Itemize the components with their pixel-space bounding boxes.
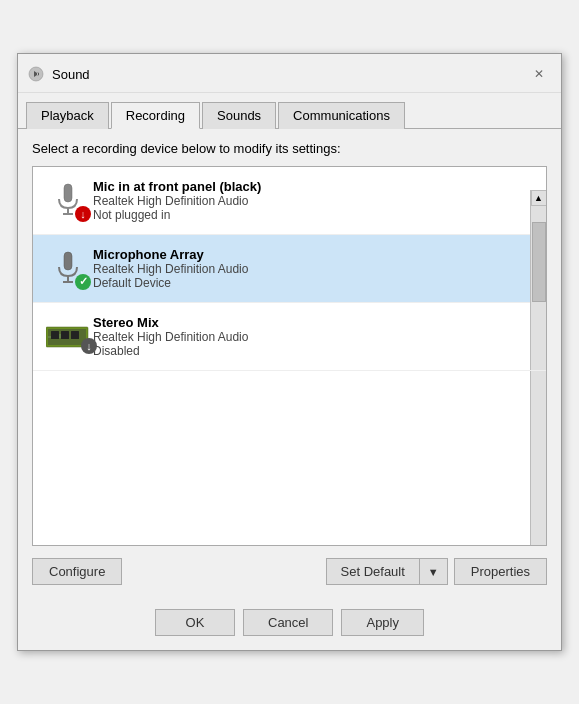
device-status-1: Not plugged in xyxy=(93,208,536,222)
svg-rect-9 xyxy=(51,331,59,339)
svg-rect-4 xyxy=(64,252,72,270)
properties-button[interactable]: Properties xyxy=(454,558,547,585)
tab-bar: Playback Recording Sounds Communications xyxy=(18,93,561,128)
cancel-button[interactable]: Cancel xyxy=(243,609,333,636)
device-icon-wrap-1: ↓ xyxy=(43,182,93,220)
device-info-3: Stereo Mix Realtek High Definition Audio… xyxy=(93,315,536,358)
device-item-mic-array[interactable]: ✓ Microphone Array Realtek High Definiti… xyxy=(33,235,546,303)
sound-icon xyxy=(28,66,44,82)
set-default-split: Set Default ▼ xyxy=(326,558,448,585)
device-info-1: Mic in at front panel (black) Realtek Hi… xyxy=(93,179,536,222)
device-icon-wrap-3: ↓ xyxy=(43,322,93,352)
tab-recording[interactable]: Recording xyxy=(111,102,200,129)
title-bar: Sound ✕ xyxy=(18,54,561,93)
device-status-3: Disabled xyxy=(93,344,536,358)
svg-rect-10 xyxy=(61,331,69,339)
instruction-text: Select a recording device below to modif… xyxy=(32,141,547,156)
title-bar-left: Sound xyxy=(28,66,90,82)
tab-communications[interactable]: Communications xyxy=(278,102,405,129)
device-item-mic-front[interactable]: ↓ Mic in at front panel (black) Realtek … xyxy=(33,167,546,235)
scroll-thumb[interactable] xyxy=(532,222,546,302)
device-icon-wrap-2: ✓ xyxy=(43,250,93,288)
device-driver-3: Realtek High Definition Audio xyxy=(93,330,536,344)
device-list: ↓ Mic in at front panel (black) Realtek … xyxy=(32,166,547,546)
svg-rect-11 xyxy=(71,331,79,339)
dialog-button-row: OK Cancel Apply xyxy=(18,599,561,650)
device-item-stereo-mix[interactable]: ↓ Stereo Mix Realtek High Definition Aud… xyxy=(33,303,546,371)
ok-button[interactable]: OK xyxy=(155,609,235,636)
device-name-1: Mic in at front panel (black) xyxy=(93,179,536,194)
close-button[interactable]: ✕ xyxy=(527,62,551,86)
set-default-dropdown[interactable]: ▼ xyxy=(420,559,447,584)
apply-button[interactable]: Apply xyxy=(341,609,424,636)
status-badge-2: ✓ xyxy=(75,274,91,290)
window-title: Sound xyxy=(52,67,90,82)
device-info-2: Microphone Array Realtek High Definition… xyxy=(93,247,536,290)
status-badge-1: ↓ xyxy=(75,206,91,222)
main-content: Select a recording device below to modif… xyxy=(18,128,561,599)
device-driver-1: Realtek High Definition Audio xyxy=(93,194,536,208)
sound-dialog: Sound ✕ Playback Recording Sounds Commun… xyxy=(17,53,562,651)
device-name-2: Microphone Array xyxy=(93,247,536,262)
svg-rect-1 xyxy=(64,184,72,202)
tab-sounds[interactable]: Sounds xyxy=(202,102,276,129)
tab-playback[interactable]: Playback xyxy=(26,102,109,129)
configure-button[interactable]: Configure xyxy=(32,558,122,585)
device-status-2: Default Device xyxy=(93,276,536,290)
device-name-3: Stereo Mix xyxy=(93,315,536,330)
set-default-button[interactable]: Set Default xyxy=(327,559,420,584)
device-driver-2: Realtek High Definition Audio xyxy=(93,262,536,276)
status-badge-3: ↓ xyxy=(81,338,97,354)
action-button-row: Configure Set Default ▼ Properties xyxy=(32,558,547,585)
scroll-arrow-up[interactable]: ▲ xyxy=(531,190,547,206)
